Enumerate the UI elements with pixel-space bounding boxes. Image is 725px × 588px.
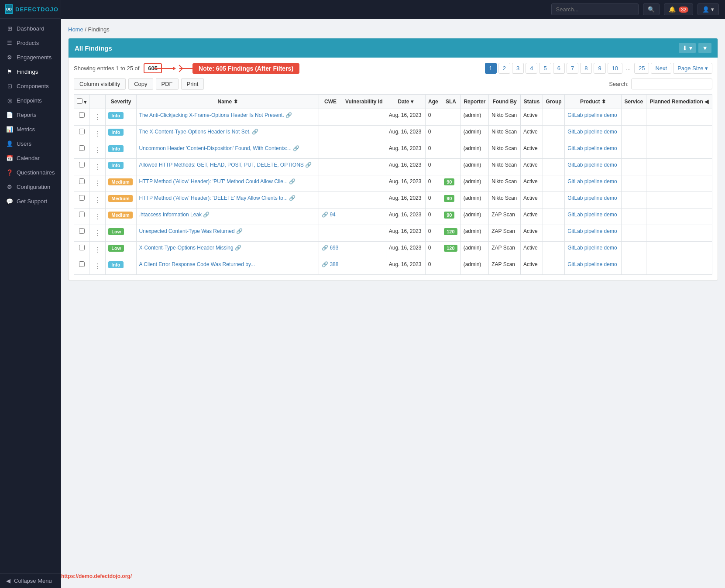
row-dots-button[interactable]: ⋮ — [92, 129, 103, 139]
row-dots-button[interactable]: ⋮ — [92, 195, 103, 205]
finding-name[interactable]: The Anti-Clickjacking X-Frame-Options He… — [139, 112, 292, 118]
product-link[interactable]: GitLab pipeline demo — [567, 162, 617, 168]
page-1-button[interactable]: 1 — [485, 63, 497, 74]
product-link[interactable]: GitLab pipeline demo — [567, 245, 617, 251]
row-checkbox[interactable] — [79, 145, 85, 151]
row-checkbox[interactable] — [79, 162, 85, 168]
sidebar-item-calendar[interactable]: 📅 Calendar — [0, 151, 61, 165]
th-found-by[interactable]: Found By — [489, 95, 521, 109]
product-link[interactable]: GitLab pipeline demo — [567, 178, 617, 185]
select-all-checkbox[interactable] — [77, 98, 82, 104]
next-button[interactable]: Next — [651, 63, 671, 74]
row-checkbox[interactable] — [79, 112, 85, 118]
row-cwe-cell: 🔗 94 — [319, 209, 342, 225]
table-search-input[interactable] — [631, 79, 712, 89]
page-9-button[interactable]: 9 — [594, 63, 605, 74]
th-name[interactable]: Name ⬍ — [136, 95, 319, 109]
user-menu-button[interactable]: 👤 ▾ — [698, 3, 719, 15]
th-date[interactable]: Date ▾ — [386, 95, 425, 109]
sidebar-item-products[interactable]: ☰ Products — [0, 36, 61, 50]
pdf-button[interactable]: PDF — [156, 78, 179, 90]
row-dots-button[interactable]: ⋮ — [92, 145, 103, 155]
page-5-button[interactable]: 5 — [539, 63, 551, 74]
cwe-link[interactable]: 🔗 693 — [322, 245, 339, 251]
sidebar-item-get-support[interactable]: 💬 Get Support — [0, 194, 61, 209]
th-vulnerability-id[interactable]: Vulnerability Id — [342, 95, 386, 109]
th-product[interactable]: Product ⬍ — [565, 95, 622, 109]
product-link[interactable]: GitLab pipeline demo — [567, 129, 617, 135]
sidebar-item-endpoints[interactable]: ◎ Endpoints — [0, 93, 61, 108]
row-dots-button[interactable]: ⋮ — [92, 162, 103, 172]
sidebar-item-users[interactable]: 👤 Users — [0, 137, 61, 151]
product-link[interactable]: GitLab pipeline demo — [567, 112, 617, 118]
sidebar-item-metrics[interactable]: 📊 Metrics — [0, 122, 61, 137]
search-button[interactable]: 🔍 — [643, 3, 660, 15]
finding-name[interactable]: HTTP Method ('Allow' Header): 'PUT' Meth… — [139, 178, 296, 185]
breadcrumb-home[interactable]: Home — [68, 26, 83, 33]
finding-name[interactable]: Unexpected Content-Type Was Returned 🔗 — [139, 228, 243, 234]
sidebar-item-engagements[interactable]: ⚙ Engagements — [0, 50, 61, 65]
collapse-menu[interactable]: ◀ Collapse Menu — [0, 573, 61, 588]
th-sla[interactable]: SLA — [441, 95, 460, 109]
page-8-button[interactable]: 8 — [580, 63, 592, 74]
finding-name[interactable]: The X-Content-Type-Options Header Is Not… — [139, 129, 259, 135]
row-dots-button[interactable]: ⋮ — [92, 228, 103, 238]
row-dots-button[interactable]: ⋮ — [92, 261, 103, 271]
product-link[interactable]: GitLab pipeline demo — [567, 195, 617, 201]
sidebar-item-reports[interactable]: 📄 Reports — [0, 108, 61, 122]
th-severity[interactable]: Severity — [106, 95, 136, 109]
product-link[interactable]: GitLab pipeline demo — [567, 212, 617, 218]
th-planned-remediation[interactable]: Planned Remediation ◀ — [646, 95, 712, 109]
sidebar-item-components[interactable]: ⊡ Components — [0, 79, 61, 93]
print-button[interactable]: Print — [181, 78, 204, 90]
row-checkbox[interactable] — [79, 261, 85, 267]
th-service[interactable]: Service — [621, 95, 646, 109]
copy-button[interactable]: Copy — [128, 78, 153, 90]
row-dots-button[interactable]: ⋮ — [92, 245, 103, 255]
sidebar-item-configuration[interactable]: ⚙ Configuration — [0, 180, 61, 194]
sidebar-item-findings[interactable]: ⚑ Findings — [0, 65, 61, 79]
notifications-button[interactable]: 🔔 32 — [664, 3, 694, 15]
sidebar-item-dashboard[interactable]: ⊞ Dashboard — [0, 21, 61, 36]
filter-button[interactable]: ▼ — [698, 43, 711, 53]
page-3-button[interactable]: 3 — [512, 63, 524, 74]
page-7-button[interactable]: 7 — [567, 63, 578, 74]
sidebar-item-questionnaires[interactable]: ❓ Questionnaires — [0, 165, 61, 180]
cwe-link[interactable]: 🔗 388 — [322, 261, 339, 267]
row-checkbox[interactable] — [79, 212, 85, 217]
column-visibility-button[interactable]: Column visibility — [74, 78, 126, 90]
th-cwe[interactable]: CWE — [319, 95, 342, 109]
th-status[interactable]: Status — [521, 95, 543, 109]
product-link[interactable]: GitLab pipeline demo — [567, 261, 617, 267]
search-input[interactable] — [551, 3, 639, 15]
finding-name[interactable]: Allowed HTTP Methods: GET, HEAD, POST, P… — [139, 162, 312, 168]
page-2-button[interactable]: 2 — [498, 63, 510, 74]
row-dots-button[interactable]: ⋮ — [92, 112, 103, 122]
page-6-button[interactable]: 6 — [553, 63, 565, 74]
row-dots-button[interactable]: ⋮ — [92, 212, 103, 222]
finding-name[interactable]: A Client Error Response Code Was Returne… — [139, 261, 255, 267]
page-10-button[interactable]: 10 — [608, 63, 622, 74]
product-link[interactable]: GitLab pipeline demo — [567, 145, 617, 151]
th-reporter[interactable]: Reporter — [460, 95, 489, 109]
row-checkbox[interactable] — [79, 245, 85, 250]
page-4-button[interactable]: 4 — [526, 63, 537, 74]
page-size-button[interactable]: Page Size ▾ — [673, 63, 712, 74]
row-reporter-cell: (admin) — [460, 109, 489, 126]
th-group[interactable]: Group — [543, 95, 564, 109]
download-button[interactable]: ⬇ ▾ — [679, 43, 696, 53]
cwe-link[interactable]: 🔗 94 — [322, 212, 339, 218]
finding-name[interactable]: Uncommon Header 'Content-Disposition' Fo… — [139, 145, 300, 151]
finding-name[interactable]: X-Content-Type-Options Header Missing 🔗 — [139, 245, 241, 251]
th-age[interactable]: Age — [425, 95, 441, 109]
finding-name[interactable]: HTTP Method ('Allow' Header): 'DELETE' M… — [139, 195, 296, 201]
row-checkbox[interactable] — [79, 129, 85, 134]
row-checkbox[interactable] — [79, 195, 85, 201]
product-link[interactable]: GitLab pipeline demo — [567, 228, 617, 234]
row-dots-button[interactable]: ⋮ — [92, 178, 103, 188]
finding-name[interactable]: .htaccess Information Leak 🔗 — [139, 212, 210, 218]
row-checkbox[interactable] — [79, 178, 85, 184]
row-checkbox[interactable] — [79, 228, 85, 234]
ext-link-icon: 🔗 — [322, 245, 328, 251]
page-25-button[interactable]: 25 — [634, 63, 649, 74]
